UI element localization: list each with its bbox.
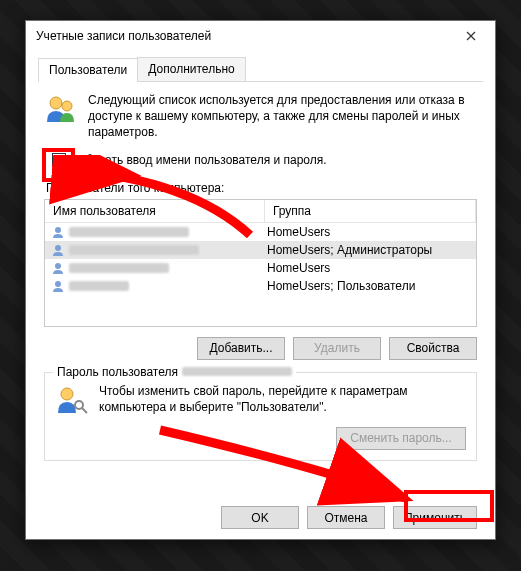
svg-point-6 <box>61 388 73 400</box>
password-group-title: Пароль пользователя <box>57 365 178 379</box>
col-header-name[interactable]: Имя пользователя <box>45 200 265 222</box>
user-icon <box>51 279 65 293</box>
close-button[interactable] <box>451 22 491 50</box>
group-cell: HomeUsers <box>265 261 476 275</box>
svg-point-1 <box>62 101 72 111</box>
svg-point-3 <box>55 245 61 251</box>
svg-point-0 <box>50 97 62 109</box>
user-icon <box>51 261 65 275</box>
users-list-label: Пользователи того компьютера: <box>46 181 477 195</box>
tabstrip: Пользователи Дополнительно <box>38 57 483 82</box>
user-accounts-dialog: Учетные записи пользователей Пользовател… <box>25 20 496 540</box>
titlebar: Учетные записи пользователей <box>26 21 495 51</box>
user-properties-button[interactable]: Свойства <box>389 337 477 360</box>
svg-point-2 <box>55 227 61 233</box>
table-row[interactable]: HomeUsers <box>45 259 476 277</box>
col-header-group[interactable]: Группа <box>265 200 476 222</box>
ok-button[interactable]: OK <box>221 506 299 529</box>
change-password-button: Сменить пароль... <box>336 427 466 450</box>
tab-advanced[interactable]: Дополнительно <box>137 57 245 81</box>
users-icon <box>44 92 78 126</box>
svg-point-4 <box>55 263 61 269</box>
window-title: Учетные записи пользователей <box>36 29 451 43</box>
table-row[interactable]: HomeUsers; Администраторы <box>45 241 476 259</box>
remove-user-button: Удалить <box>293 337 381 360</box>
keys-icon <box>55 383 89 417</box>
require-login-label: ребовать ввод имени пользователя и парол… <box>72 153 327 167</box>
user-icon <box>51 243 65 257</box>
table-row[interactable]: HomeUsers <box>45 223 476 241</box>
add-user-button[interactable]: Добавить... <box>197 337 285 360</box>
tab-users[interactable]: Пользователи <box>38 58 138 82</box>
group-cell: HomeUsers; Пользователи <box>265 279 476 293</box>
close-icon <box>466 31 476 41</box>
table-row[interactable]: HomeUsers; Пользователи <box>45 277 476 295</box>
svg-point-7 <box>75 401 83 409</box>
group-cell: HomeUsers; Администраторы <box>265 243 476 257</box>
group-cell: HomeUsers <box>265 225 476 239</box>
intro-text: Следующий список используется для предос… <box>88 92 477 141</box>
password-help-text: Чтобы изменить свой пароль, перейдите к … <box>99 383 466 415</box>
svg-point-5 <box>55 281 61 287</box>
users-table[interactable]: Имя пользователя Группа HomeUsers HomeUs… <box>44 199 477 327</box>
require-login-checkbox[interactable] <box>52 153 66 167</box>
apply-button[interactable]: Применить <box>393 506 477 529</box>
cancel-button[interactable]: Отмена <box>307 506 385 529</box>
password-group: Пароль пользователя Чтобы изменить свой … <box>44 372 477 461</box>
user-icon <box>51 225 65 239</box>
check-icon <box>54 155 64 165</box>
